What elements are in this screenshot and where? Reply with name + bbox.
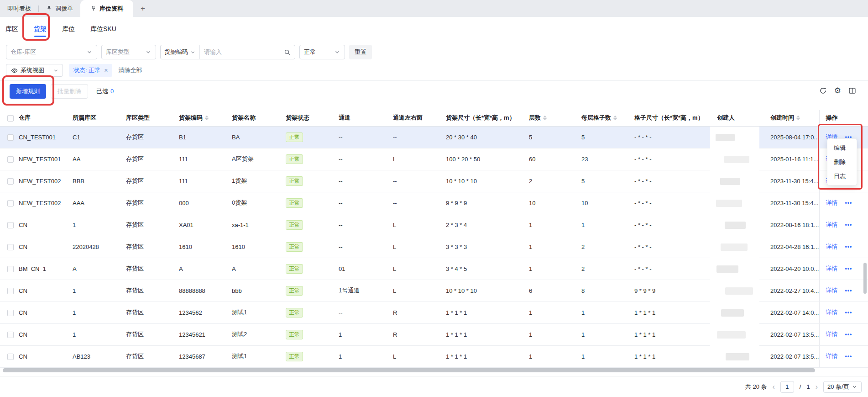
search-input[interactable]: 请输入 bbox=[200, 45, 295, 59]
row-checkbox[interactable] bbox=[7, 354, 14, 360]
cell-zone-type: 存货区 bbox=[126, 192, 179, 214]
cell-actions: 详情••• bbox=[819, 214, 868, 236]
select-value: 货架编码 bbox=[164, 48, 188, 56]
more-actions-button[interactable]: ••• bbox=[845, 309, 852, 316]
batch-delete-button[interactable]: 批量删除 bbox=[51, 84, 88, 99]
detail-link[interactable]: 详情 bbox=[826, 309, 838, 316]
cell-zone: AB123 bbox=[73, 345, 126, 367]
more-actions-button[interactable]: ••• bbox=[845, 331, 852, 338]
column-label: 所属库区 bbox=[73, 114, 96, 122]
detail-link[interactable]: 详情 bbox=[826, 221, 838, 228]
row-checkbox[interactable] bbox=[7, 200, 14, 206]
cell-layers: 60 bbox=[529, 148, 581, 170]
detail-link[interactable]: 详情 bbox=[826, 287, 838, 294]
columns-book-icon[interactable] bbox=[848, 87, 856, 95]
column-header[interactable]: 货架编码 bbox=[179, 110, 232, 126]
cell-zone: 22020428 bbox=[73, 236, 126, 258]
menu-item-delete[interactable]: 删除 bbox=[827, 155, 857, 169]
tab-transfer-order[interactable]: 调拨单 bbox=[39, 0, 80, 17]
more-actions-button[interactable]: ••• bbox=[845, 287, 852, 294]
zone-type-select[interactable]: 库区类型 bbox=[101, 45, 156, 59]
detail-link[interactable]: 详情 bbox=[826, 265, 838, 272]
prev-page-icon[interactable]: ‹ bbox=[772, 383, 774, 391]
vertical-scrollbar[interactable] bbox=[863, 263, 867, 294]
next-page-icon[interactable]: › bbox=[816, 383, 818, 391]
column-label: 创建时间 bbox=[770, 114, 794, 122]
cell-aisle-side: L bbox=[393, 345, 446, 367]
section-divider bbox=[0, 80, 868, 81]
select-all-checkbox[interactable] bbox=[7, 115, 14, 122]
shelf-code-field-select[interactable]: 货架编码 bbox=[161, 45, 200, 59]
add-rule-button[interactable]: 新增规则 bbox=[10, 84, 46, 99]
row-checkbox[interactable] bbox=[7, 310, 14, 316]
tab-location-data[interactable]: 库位资料 bbox=[80, 0, 133, 17]
cell-layers: 1 bbox=[529, 236, 581, 258]
detail-link[interactable]: 详情 bbox=[826, 199, 838, 206]
nav-item-location[interactable]: 库位 bbox=[61, 19, 76, 40]
more-actions-button[interactable]: ••• bbox=[845, 222, 852, 228]
detail-link[interactable]: 详情 bbox=[826, 331, 838, 338]
chevron-down-icon[interactable] bbox=[49, 64, 63, 76]
column-label: 通道左右面 bbox=[393, 114, 423, 122]
chevron-down-icon bbox=[852, 384, 858, 390]
row-checkbox[interactable] bbox=[7, 332, 14, 338]
selected-count: 0 bbox=[110, 88, 114, 95]
horizontal-scrollbar[interactable] bbox=[3, 368, 815, 372]
refresh-icon[interactable] bbox=[819, 87, 827, 95]
cell-aisle: -- bbox=[339, 192, 393, 214]
sort-icon[interactable] bbox=[205, 116, 209, 120]
clear-all-button[interactable]: 清除全部 bbox=[118, 66, 142, 74]
more-actions-button[interactable]: ••• bbox=[845, 200, 852, 206]
sort-icon[interactable] bbox=[543, 116, 547, 120]
system-view-select[interactable]: 系统视图 bbox=[6, 64, 63, 77]
detail-link[interactable]: 详情 bbox=[826, 353, 838, 360]
row-checkbox[interactable] bbox=[7, 134, 14, 141]
cell-zone: AA bbox=[73, 148, 126, 170]
cell-aisle: 01 bbox=[339, 258, 393, 280]
row-checkbox[interactable] bbox=[7, 244, 14, 250]
menu-item-edit[interactable]: 编辑 bbox=[827, 141, 857, 155]
row-checkbox[interactable] bbox=[7, 156, 14, 163]
column-label: 格子尺寸（长*宽*高，m） bbox=[634, 114, 704, 122]
column-header[interactable]: 每层格子数 bbox=[581, 110, 634, 126]
menu-item-log[interactable]: 日志 bbox=[827, 169, 857, 183]
cell-zone: 1 bbox=[73, 214, 126, 236]
column-header: 库区类型 bbox=[126, 110, 179, 126]
status-select[interactable]: 正常 bbox=[299, 45, 345, 59]
warehouse-zone-select[interactable]: 仓库-库区 bbox=[6, 45, 97, 59]
column-header[interactable]: 创建时间 bbox=[770, 110, 819, 126]
more-actions-button[interactable]: ••• bbox=[845, 243, 852, 250]
row-checkbox[interactable] bbox=[7, 178, 14, 185]
cell-cell-size: - * - * - bbox=[634, 236, 717, 258]
more-actions-button[interactable]: ••• bbox=[845, 353, 852, 360]
select-value: 正常 bbox=[304, 48, 316, 56]
nav-item-storage-zone[interactable]: 库区 bbox=[5, 19, 19, 40]
cell-shelf-name: A bbox=[232, 258, 286, 280]
column-header: 货架状态 bbox=[286, 110, 339, 126]
row-checkbox[interactable] bbox=[7, 288, 14, 294]
tab-bar: 即时看板 调拨单 库位资料 + bbox=[0, 0, 868, 17]
chevron-down-icon bbox=[190, 49, 196, 55]
pin-icon bbox=[90, 5, 96, 11]
tag-close-icon[interactable]: × bbox=[104, 67, 108, 74]
row-checkbox[interactable] bbox=[7, 266, 14, 272]
detail-link[interactable]: 详情 bbox=[826, 243, 838, 250]
tab-dashboard[interactable]: 即时看板 bbox=[0, 0, 38, 17]
new-tab-button[interactable]: + bbox=[133, 0, 152, 17]
more-actions-button[interactable]: ••• bbox=[845, 265, 852, 272]
reset-button[interactable]: 重置 bbox=[349, 45, 372, 59]
nav-item-location-sku[interactable]: 库位SKU bbox=[89, 19, 117, 40]
column-header: 格子尺寸（长*宽*高，m） bbox=[634, 110, 717, 126]
sort-icon[interactable] bbox=[613, 116, 617, 120]
total-pages: 1 bbox=[806, 383, 810, 390]
settings-gear-icon[interactable]: ⚙ bbox=[834, 87, 841, 95]
search-icon[interactable] bbox=[284, 49, 291, 56]
page-number-input[interactable]: 1 bbox=[780, 381, 794, 393]
nav-item-shelf[interactable]: 货架 bbox=[33, 19, 47, 40]
column-header[interactable]: 层数 bbox=[529, 110, 581, 126]
page-size-select[interactable]: 20 条/页 bbox=[823, 381, 862, 393]
row-checkbox[interactable] bbox=[7, 222, 14, 228]
cell-zone-type: 存货区 bbox=[126, 323, 179, 345]
cell-shelf-name: BA bbox=[232, 126, 286, 148]
sort-icon[interactable] bbox=[796, 116, 800, 120]
